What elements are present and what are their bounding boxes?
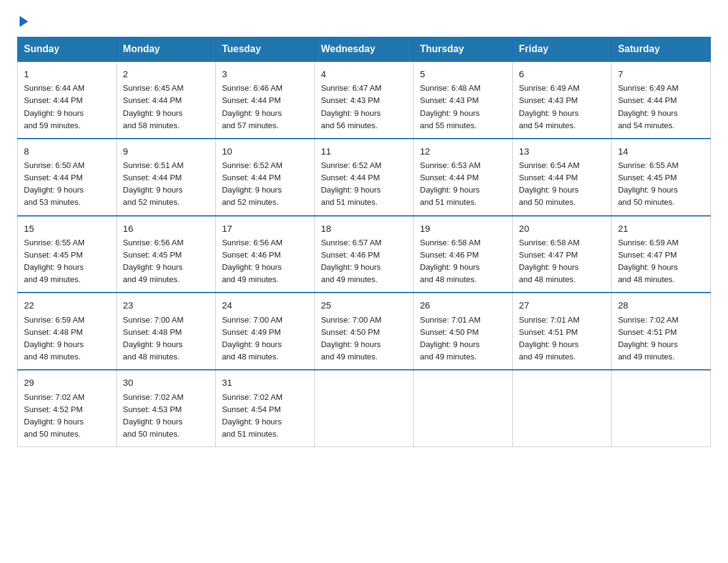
day-number: 28 — [618, 298, 704, 312]
day-info: Sunrise: 6:52 AMSunset: 4:44 PMDaylight:… — [321, 159, 408, 209]
day-info: Sunrise: 6:54 AMSunset: 4:44 PMDaylight:… — [519, 159, 605, 209]
calendar-cell — [414, 370, 513, 446]
day-number: 24 — [222, 298, 308, 312]
day-number: 29 — [24, 375, 110, 389]
day-number: 8 — [24, 144, 110, 158]
calendar-cell: 29Sunrise: 7:02 AMSunset: 4:52 PMDayligh… — [18, 370, 117, 446]
calendar-cell — [512, 370, 612, 446]
day-number: 20 — [519, 221, 605, 236]
day-number: 26 — [420, 298, 506, 312]
day-info: Sunrise: 7:00 AMSunset: 4:50 PMDaylight:… — [321, 314, 408, 364]
calendar-cell: 15Sunrise: 6:55 AMSunset: 4:45 PMDayligh… — [18, 216, 117, 293]
day-info: Sunrise: 6:44 AMSunset: 4:44 PMDaylight:… — [24, 82, 110, 132]
calendar-week-4: 22Sunrise: 6:59 AMSunset: 4:48 PMDayligh… — [18, 293, 711, 370]
day-number: 17 — [222, 221, 308, 236]
day-info: Sunrise: 6:58 AMSunset: 4:46 PMDaylight:… — [420, 237, 506, 286]
day-info: Sunrise: 6:57 AMSunset: 4:46 PMDaylight:… — [321, 237, 408, 286]
column-header-saturday: Saturday — [612, 37, 711, 62]
calendar-week-5: 29Sunrise: 7:02 AMSunset: 4:52 PMDayligh… — [18, 370, 711, 446]
calendar-cell: 24Sunrise: 7:00 AMSunset: 4:49 PMDayligh… — [216, 293, 315, 370]
calendar-cell: 23Sunrise: 7:00 AMSunset: 4:48 PMDayligh… — [116, 293, 216, 370]
column-header-wednesday: Wednesday — [314, 37, 414, 62]
day-info: Sunrise: 6:50 AMSunset: 4:44 PMDaylight:… — [24, 159, 110, 209]
day-number: 25 — [321, 298, 408, 312]
day-info: Sunrise: 7:02 AMSunset: 4:51 PMDaylight:… — [618, 314, 704, 364]
day-info: Sunrise: 7:01 AMSunset: 4:51 PMDaylight:… — [519, 314, 605, 364]
day-number: 9 — [123, 144, 210, 158]
day-number: 6 — [519, 67, 605, 81]
calendar-cell: 7Sunrise: 6:49 AMSunset: 4:44 PMDaylight… — [612, 61, 711, 139]
logo-triangle-icon — [20, 16, 28, 27]
calendar-cell: 28Sunrise: 7:02 AMSunset: 4:51 PMDayligh… — [612, 293, 711, 370]
day-info: Sunrise: 6:56 AMSunset: 4:45 PMDaylight:… — [123, 237, 210, 286]
day-info: Sunrise: 7:02 AMSunset: 4:54 PMDaylight:… — [222, 391, 308, 441]
calendar-cell: 17Sunrise: 6:56 AMSunset: 4:46 PMDayligh… — [216, 216, 315, 293]
day-info: Sunrise: 6:55 AMSunset: 4:45 PMDaylight:… — [24, 237, 110, 286]
day-info: Sunrise: 6:48 AMSunset: 4:43 PMDaylight:… — [420, 82, 506, 132]
calendar-cell — [612, 370, 711, 446]
day-number: 12 — [420, 144, 506, 158]
calendar-cell: 19Sunrise: 6:58 AMSunset: 4:46 PMDayligh… — [414, 216, 513, 293]
day-info: Sunrise: 6:59 AMSunset: 4:47 PMDaylight:… — [618, 237, 704, 286]
day-number: 2 — [123, 67, 210, 81]
day-info: Sunrise: 6:49 AMSunset: 4:44 PMDaylight:… — [618, 82, 704, 132]
calendar-cell: 1Sunrise: 6:44 AMSunset: 4:44 PMDaylight… — [18, 61, 117, 139]
day-number: 14 — [618, 144, 704, 158]
column-header-friday: Friday — [512, 37, 612, 62]
calendar-cell: 20Sunrise: 6:58 AMSunset: 4:47 PMDayligh… — [512, 216, 612, 293]
day-number: 16 — [123, 221, 210, 236]
calendar-cell: 31Sunrise: 7:02 AMSunset: 4:54 PMDayligh… — [216, 370, 315, 446]
day-info: Sunrise: 6:58 AMSunset: 4:47 PMDaylight:… — [519, 237, 605, 286]
calendar-cell: 5Sunrise: 6:48 AMSunset: 4:43 PMDaylight… — [414, 61, 513, 139]
calendar-cell — [314, 370, 414, 446]
calendar-cell: 6Sunrise: 6:49 AMSunset: 4:43 PMDaylight… — [512, 61, 612, 139]
day-info: Sunrise: 6:51 AMSunset: 4:44 PMDaylight:… — [123, 159, 210, 209]
column-header-sunday: Sunday — [18, 37, 117, 62]
calendar-week-3: 15Sunrise: 6:55 AMSunset: 4:45 PMDayligh… — [18, 216, 711, 293]
day-info: Sunrise: 6:52 AMSunset: 4:44 PMDaylight:… — [222, 159, 308, 209]
day-number: 10 — [222, 144, 308, 158]
calendar-cell: 18Sunrise: 6:57 AMSunset: 4:46 PMDayligh… — [314, 216, 414, 293]
day-number: 1 — [24, 67, 110, 81]
calendar-cell: 14Sunrise: 6:55 AMSunset: 4:45 PMDayligh… — [612, 139, 711, 216]
calendar-cell: 12Sunrise: 6:53 AMSunset: 4:44 PMDayligh… — [414, 139, 513, 216]
day-number: 22 — [24, 298, 110, 312]
column-header-thursday: Thursday — [414, 37, 513, 62]
calendar-table: SundayMondayTuesdayWednesdayThursdayFrid… — [17, 37, 711, 447]
calendar-header-row: SundayMondayTuesdayWednesdayThursdayFrid… — [18, 37, 711, 62]
calendar-cell: 26Sunrise: 7:01 AMSunset: 4:50 PMDayligh… — [414, 293, 513, 370]
day-info: Sunrise: 6:45 AMSunset: 4:44 PMDaylight:… — [123, 82, 210, 132]
day-number: 21 — [618, 221, 704, 236]
calendar-cell: 27Sunrise: 7:01 AMSunset: 4:51 PMDayligh… — [512, 293, 612, 370]
day-number: 23 — [123, 298, 210, 312]
day-number: 18 — [321, 221, 408, 236]
day-info: Sunrise: 7:02 AMSunset: 4:53 PMDaylight:… — [123, 391, 210, 441]
day-number: 31 — [222, 375, 308, 389]
calendar-cell: 22Sunrise: 6:59 AMSunset: 4:48 PMDayligh… — [18, 293, 117, 370]
day-number: 4 — [321, 67, 408, 81]
column-header-tuesday: Tuesday — [216, 37, 315, 62]
day-info: Sunrise: 7:02 AMSunset: 4:52 PMDaylight:… — [24, 391, 110, 441]
day-info: Sunrise: 6:59 AMSunset: 4:48 PMDaylight:… — [24, 314, 110, 364]
day-info: Sunrise: 6:53 AMSunset: 4:44 PMDaylight:… — [420, 159, 506, 209]
calendar-cell: 2Sunrise: 6:45 AMSunset: 4:44 PMDaylight… — [116, 61, 216, 139]
calendar-cell: 13Sunrise: 6:54 AMSunset: 4:44 PMDayligh… — [512, 139, 612, 216]
day-number: 30 — [123, 375, 210, 389]
day-info: Sunrise: 7:00 AMSunset: 4:49 PMDaylight:… — [222, 314, 308, 364]
day-number: 27 — [519, 298, 605, 312]
calendar-cell: 16Sunrise: 6:56 AMSunset: 4:45 PMDayligh… — [116, 216, 216, 293]
day-info: Sunrise: 7:01 AMSunset: 4:50 PMDaylight:… — [420, 314, 506, 364]
day-number: 13 — [519, 144, 605, 158]
column-header-monday: Monday — [116, 37, 216, 62]
calendar-cell: 8Sunrise: 6:50 AMSunset: 4:44 PMDaylight… — [18, 139, 117, 216]
calendar-cell: 30Sunrise: 7:02 AMSunset: 4:53 PMDayligh… — [116, 370, 216, 446]
calendar-week-2: 8Sunrise: 6:50 AMSunset: 4:44 PMDaylight… — [18, 139, 711, 216]
day-info: Sunrise: 6:46 AMSunset: 4:44 PMDaylight:… — [222, 82, 308, 132]
calendar-cell: 11Sunrise: 6:52 AMSunset: 4:44 PMDayligh… — [314, 139, 414, 216]
day-number: 5 — [420, 67, 506, 81]
day-number: 19 — [420, 221, 506, 236]
calendar-cell: 10Sunrise: 6:52 AMSunset: 4:44 PMDayligh… — [216, 139, 315, 216]
day-number: 7 — [618, 67, 704, 81]
calendar-week-1: 1Sunrise: 6:44 AMSunset: 4:44 PMDaylight… — [18, 61, 711, 139]
calendar-cell: 21Sunrise: 6:59 AMSunset: 4:47 PMDayligh… — [612, 216, 711, 293]
